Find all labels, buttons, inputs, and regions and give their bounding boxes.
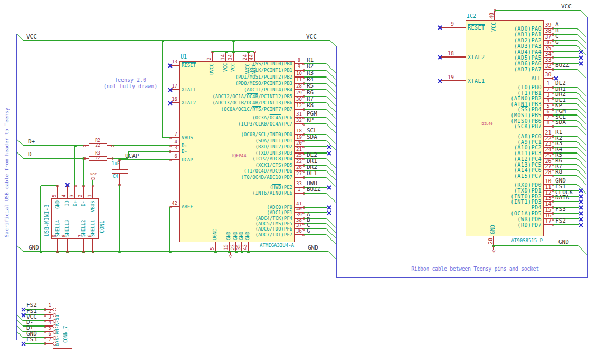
wire	[553, 201, 579, 202]
pin-name: (TXD/INT3)PD3	[255, 151, 292, 156]
bus-entry	[577, 136, 587, 146]
bus-entry	[577, 34, 587, 44]
bus-entry	[578, 246, 588, 256]
pin-name: (HWB)PE2	[270, 185, 292, 190]
pin-name: VCC	[491, 22, 497, 32]
r2-value: 22	[95, 143, 100, 148]
bus-entry	[577, 142, 587, 152]
pin-number: 33	[545, 58, 551, 63]
pin-number: 41	[296, 202, 302, 206]
pin-name: (AIN0)PB2	[510, 96, 542, 101]
pin-name: (T0)PB0	[517, 85, 542, 90]
junction-dot	[241, 251, 243, 253]
pin-number: 19	[448, 75, 454, 80]
bus-line	[336, 277, 587, 278]
pin-number: 39	[296, 213, 302, 217]
pin-name: (ADC12/OC1A/OC4B/PCINT12)PB5	[212, 94, 292, 99]
bus-entry	[577, 87, 587, 97]
pin-name: (OC0B/SCL/INT0)PD0	[241, 132, 292, 137]
pin-name: D-	[81, 200, 86, 206]
pin-number: 15	[545, 207, 551, 213]
net-label: G	[307, 228, 310, 234]
pin-name: (A10)PC2	[514, 145, 542, 150]
wire	[23, 40, 330, 41]
pin-name: (ADC0)PF0	[267, 205, 292, 210]
pin-name: (RXD/INT2)PD2	[255, 145, 292, 149]
pin-number: 40	[489, 13, 495, 19]
net-label: FS2	[555, 218, 566, 224]
pin-number: 37	[545, 34, 551, 40]
pin-number: 21	[296, 147, 302, 152]
pin-number: 7	[49, 338, 51, 342]
pin-number: 24	[243, 54, 248, 60]
pin	[83, 186, 83, 198]
c4-ref: C4	[113, 175, 118, 179]
pin-circle	[53, 313, 56, 317]
pin-number: 36	[545, 40, 551, 45]
note-teensy-line2: (not fully drawn)	[103, 84, 157, 89]
wire	[83, 158, 83, 186]
net-label: DR2	[307, 164, 317, 170]
pin-name: AVCC	[252, 63, 257, 75]
pin-number: 28	[296, 84, 302, 89]
wire	[304, 109, 326, 109]
pin-number: 21	[545, 130, 551, 136]
net-label-vcc: VCC	[561, 4, 572, 9]
pin	[170, 159, 179, 160]
pin-number: 7	[175, 132, 177, 137]
bus-line	[587, 17, 588, 278]
pin-number: 6	[49, 332, 51, 337]
bus-entry	[581, 11, 588, 18]
bus-entry	[17, 245, 24, 252]
pin-name: (PDI/MOSI/PCINT2)PB2	[235, 75, 292, 80]
pin-number: 1	[49, 303, 51, 308]
bus-entry	[577, 69, 587, 79]
pin-number: 4	[175, 140, 177, 145]
pin-number: 25	[545, 153, 551, 158]
pin-name: (AD6)PA6	[514, 61, 542, 66]
net-label: R5	[307, 83, 314, 89]
pin-name: (TXD)PD1	[514, 188, 542, 194]
bus-entry	[17, 326, 23, 332]
bus-entry	[577, 165, 587, 175]
bus-entry	[577, 147, 587, 157]
pin-number: 1	[546, 81, 549, 87]
wire	[169, 207, 170, 252]
pin-name: (AD2)PA2	[514, 38, 542, 43]
pin-name: GND	[233, 232, 238, 240]
pin-circle	[53, 324, 56, 328]
pin-number: 6	[546, 109, 549, 114]
pin-name: SHELL1	[91, 219, 96, 237]
net-label: R3	[307, 70, 314, 76]
pin-name: GND	[226, 232, 231, 240]
net-label: R7	[307, 96, 314, 102]
pin-name: (T1/OC4D/ADC9)PD6	[244, 169, 292, 174]
pin-number: 3	[70, 195, 74, 197]
pin-end	[552, 77, 554, 80]
net-label-ucap: UCAP	[125, 153, 139, 159]
bus-entry	[577, 170, 587, 180]
net-label: R2	[307, 63, 314, 69]
pin-name: (ADC13/OC1B/OC4B/PCINT13)PB6	[212, 101, 292, 106]
pin-name: (SS)PB4	[517, 107, 542, 112]
u1-ref: U1	[181, 54, 187, 60]
wire	[553, 175, 577, 176]
pin-name: (SDA/INT1)PD1	[255, 139, 292, 143]
pin-name: UGND	[213, 228, 217, 240]
u1-value: ATMEGA32U4-A	[260, 243, 294, 248]
pin-name: XTAL2	[468, 55, 485, 60]
pin-name: UCAP	[182, 158, 193, 162]
pin-name: (ADC5/TMS)PF5	[255, 222, 292, 226]
pin-number: 31	[296, 112, 302, 117]
pin-name: VBUS	[182, 136, 193, 140]
bus-entry	[577, 28, 587, 39]
net-label-gnd: GND	[558, 239, 569, 245]
pin-name: (XCK1/CTS)PD5	[255, 163, 292, 168]
pin-name: AVCC	[245, 63, 250, 75]
bus-entry	[577, 115, 587, 125]
wire	[553, 69, 577, 69]
pin-number: 12	[296, 103, 302, 108]
pin-number: 2	[78, 195, 83, 197]
pin-number: 5	[49, 326, 51, 331]
r3-ref: R3	[95, 151, 100, 156]
